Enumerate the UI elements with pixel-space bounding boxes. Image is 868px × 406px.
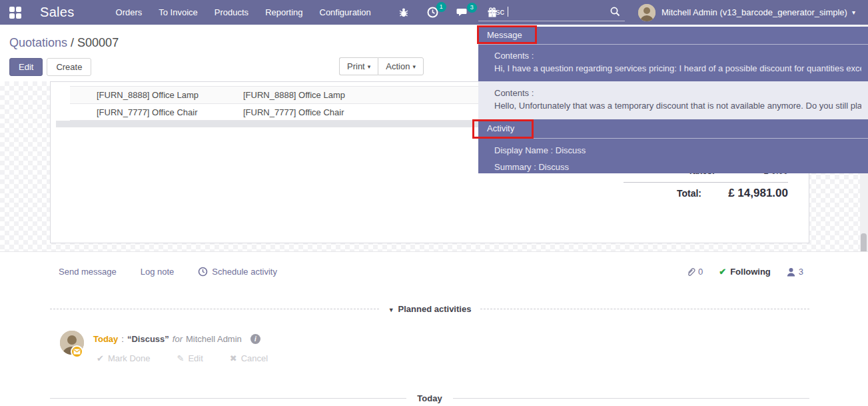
clock-icon xyxy=(198,267,208,277)
result-field-text: Hi, I have a question regarding services… xyxy=(494,62,861,75)
total-label: Total: xyxy=(597,188,701,199)
nav-item-orders[interactable]: Orders xyxy=(116,7,143,17)
nav-item-to-invoice[interactable]: To Invoice xyxy=(159,7,198,17)
product-cell: [FURN_8888] Office Lamp xyxy=(70,90,243,100)
apps-square xyxy=(16,13,21,19)
apps-square xyxy=(16,7,21,12)
nav-item-products[interactable]: Products xyxy=(215,7,248,17)
planned-activities-label: ▼Planned activities xyxy=(388,304,472,314)
caret-down-icon: ▾ xyxy=(368,63,371,70)
result-field-text: Summary : Discuss xyxy=(494,159,861,173)
print-dropdown-button[interactable]: Print▾ xyxy=(339,57,378,75)
attachments-count: 0 xyxy=(698,267,703,277)
search-result-activity[interactable]: Display Name : Discuss Summary : Discuss xyxy=(478,139,868,173)
search-result-message-1[interactable]: Contents : Hi, I have a question regardi… xyxy=(478,45,868,81)
result-field-text: Hello, Unfortunately that was a temporar… xyxy=(494,99,861,112)
today-label: Today xyxy=(417,393,442,403)
user-avatar xyxy=(638,4,655,21)
top-navbar: Sales Orders To Invoice Products Reporti… xyxy=(0,0,868,25)
following-toggle[interactable]: ✔ Following xyxy=(719,267,771,277)
today-date-separator: Today xyxy=(50,393,809,403)
action-dropdown-button[interactable]: Action▾ xyxy=(378,57,424,75)
attachments-button[interactable]: 0 xyxy=(686,267,703,277)
annotation-box-activity xyxy=(472,119,534,139)
record-buttons: Edit Create xyxy=(9,58,91,76)
search-result-message-2-highlighted[interactable]: Contents : Hello, Unfortunately that was… xyxy=(478,81,868,119)
activity-for-word: for xyxy=(173,334,183,344)
product-cell: [FURN_7777] Office Chair xyxy=(70,107,243,117)
nav-item-configuration[interactable]: Configuration xyxy=(320,7,371,17)
user-name-label: Mitchell Admin (v13_barcode_generator_si… xyxy=(661,7,847,17)
messages-chat-icon[interactable]: 3 xyxy=(456,7,469,18)
activity-assignee: Mitchell Admin xyxy=(186,334,242,344)
messages-count-badge: 3 xyxy=(467,3,477,13)
search-icon[interactable] xyxy=(610,6,621,17)
breadcrumb-separator: / xyxy=(67,36,77,49)
edit-button[interactable]: Edit xyxy=(9,58,43,76)
cross-icon: ✖ xyxy=(230,353,237,363)
check-icon: ✔ xyxy=(97,353,104,363)
separator-line xyxy=(453,398,809,399)
activity-actions: ✔Mark Done ✎Edit ✖Cancel xyxy=(97,353,268,363)
paperclip-icon xyxy=(686,267,695,277)
create-button[interactable]: Create xyxy=(47,58,91,76)
bug-icon[interactable] xyxy=(398,7,409,18)
activity-title: “Discuss” xyxy=(127,334,169,344)
activity-type-email-badge xyxy=(71,345,83,358)
mark-done-button[interactable]: ✔Mark Done xyxy=(97,353,150,363)
dashed-line xyxy=(50,309,379,309)
activity-summary-line: Today: “Discuss” for Mitchell Admin i xyxy=(93,334,260,344)
log-note-button[interactable]: Log note xyxy=(141,267,175,277)
activities-clock-icon[interactable]: 1 xyxy=(427,7,438,18)
dashed-line xyxy=(480,309,809,309)
dropdown-section-activity: Activity xyxy=(478,119,868,139)
nav-item-reporting[interactable]: Reporting xyxy=(265,7,302,17)
app-title[interactable]: Sales xyxy=(40,5,75,20)
print-action-group: Print▾ Action▾ xyxy=(339,57,424,75)
global-search xyxy=(478,3,625,21)
search-results-dropdown: Message Contents : Hi, I have a question… xyxy=(478,27,868,173)
total-row: Total: £ 14,981.00 xyxy=(597,187,788,200)
result-field-label: Contents : xyxy=(494,87,861,99)
check-icon: ✔ xyxy=(719,267,726,277)
apps-square xyxy=(9,7,15,12)
chatter: Send message Log note Schedule activity … xyxy=(0,251,868,406)
followers-count: 3 xyxy=(799,267,803,277)
odoo-sales-screen: Sales Orders To Invoice Products Reporti… xyxy=(0,0,868,406)
person-icon xyxy=(787,267,795,277)
result-field-label: Contents : xyxy=(494,49,861,62)
chatter-meta: 0 ✔ Following 3 xyxy=(686,267,803,277)
edit-activity-button[interactable]: ✎Edit xyxy=(177,353,203,363)
activity-due-date: Today xyxy=(93,334,118,344)
apps-menu-icon[interactable] xyxy=(9,7,21,18)
followers-button[interactable]: 3 xyxy=(787,267,803,277)
info-icon[interactable]: i xyxy=(250,334,260,344)
apps-square xyxy=(9,13,15,19)
user-menu[interactable]: Mitchell Admin (v13_barcode_generator_si… xyxy=(638,0,855,25)
text-cursor xyxy=(508,7,508,17)
caret-down-icon: ▾ xyxy=(412,63,416,70)
pencil-icon: ✎ xyxy=(177,353,184,363)
activities-count-badge: 1 xyxy=(436,2,446,12)
schedule-activity-button[interactable]: Schedule activity xyxy=(198,267,277,277)
total-value: £ 14,981.00 xyxy=(701,187,788,200)
search-input[interactable] xyxy=(478,3,598,20)
breadcrumb: Quotations / S00007 xyxy=(9,36,119,50)
caret-down-icon: ▾ xyxy=(852,9,855,16)
chatter-tools: Send message Log note Schedule activity xyxy=(59,267,277,277)
annotation-box-message xyxy=(477,25,537,44)
separator-line xyxy=(50,398,406,399)
planned-activities-toggle[interactable]: ▼Planned activities xyxy=(50,304,809,314)
cancel-activity-button[interactable]: ✖Cancel xyxy=(230,353,268,363)
result-field-text: Display Name : Discuss xyxy=(494,142,861,159)
breadcrumb-quotations-link[interactable]: Quotations xyxy=(9,36,67,49)
triangle-down-icon: ▼ xyxy=(388,307,394,313)
breadcrumb-current: S00007 xyxy=(77,36,119,49)
send-message-button[interactable]: Send message xyxy=(59,267,117,277)
totals-separator xyxy=(624,182,788,183)
